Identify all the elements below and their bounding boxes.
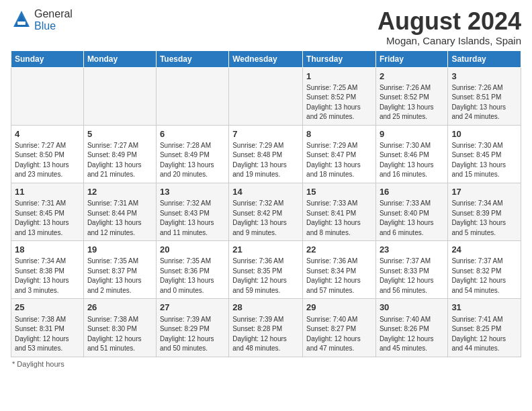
day-num-25: 25 (15, 302, 80, 314)
cell-w1-d6: 2Sunrise: 7:26 AM Sunset: 8:52 PM Daylig… (375, 67, 447, 125)
day-info-31: Sunrise: 7:41 AM Sunset: 8:25 PM Dayligh… (451, 315, 517, 354)
svg-rect-2 (17, 21, 26, 25)
cell-w3-d7: 17Sunrise: 7:34 AM Sunset: 8:39 PM Dayli… (448, 183, 521, 240)
cell-w1-d4 (229, 67, 303, 125)
week-row-5: 25Sunrise: 7:38 AM Sunset: 8:31 PM Dayli… (11, 299, 521, 357)
cell-w2-d6: 9Sunrise: 7:30 AM Sunset: 8:46 PM Daylig… (375, 125, 447, 183)
week-row-4: 18Sunrise: 7:34 AM Sunset: 8:38 PM Dayli… (11, 241, 521, 299)
cell-w2-d5: 8Sunrise: 7:29 AM Sunset: 8:47 PM Daylig… (303, 125, 376, 183)
day-info-6: Sunrise: 7:28 AM Sunset: 8:49 PM Dayligh… (160, 141, 225, 180)
day-num-18: 18 (15, 244, 80, 256)
header-row: Sunday Monday Tuesday Wednesday Thursday… (11, 50, 521, 67)
logo-text: General Blue (34, 8, 73, 32)
day-num-6: 6 (160, 128, 225, 140)
header-friday: Friday (375, 50, 447, 67)
cell-w4-d2: 19Sunrise: 7:35 AM Sunset: 8:37 PM Dayli… (83, 241, 156, 299)
logo-blue: Blue (34, 20, 56, 32)
day-num-22: 22 (306, 244, 372, 256)
cell-w3-d6: 16Sunrise: 7:33 AM Sunset: 8:40 PM Dayli… (375, 183, 447, 240)
day-num-16: 16 (380, 186, 444, 198)
cell-w2-d2: 5Sunrise: 7:27 AM Sunset: 8:49 PM Daylig… (83, 125, 156, 183)
footer-text: Daylight hours (17, 360, 64, 368)
cell-w5-d7: 31Sunrise: 7:41 AM Sunset: 8:25 PM Dayli… (448, 299, 521, 357)
cell-w4-d1: 18Sunrise: 7:34 AM Sunset: 8:38 PM Dayli… (11, 241, 84, 299)
day-info-20: Sunrise: 7:35 AM Sunset: 8:36 PM Dayligh… (160, 257, 225, 295)
day-info-26: Sunrise: 7:38 AM Sunset: 8:30 PM Dayligh… (87, 315, 152, 354)
cell-w5-d5: 29Sunrise: 7:40 AM Sunset: 8:27 PM Dayli… (303, 299, 376, 357)
day-info-27: Sunrise: 7:39 AM Sunset: 8:29 PM Dayligh… (160, 315, 225, 354)
day-info-30: Sunrise: 7:40 AM Sunset: 8:26 PM Dayligh… (380, 315, 444, 354)
day-num-27: 27 (160, 302, 225, 314)
calendar-header: Sunday Monday Tuesday Wednesday Thursday… (11, 50, 521, 67)
header-monday: Monday (83, 50, 156, 67)
footer-note: * Daylight hours (11, 360, 521, 368)
day-num-17: 17 (451, 186, 517, 198)
day-info-9: Sunrise: 7:30 AM Sunset: 8:46 PM Dayligh… (380, 141, 444, 180)
day-num-8: 8 (306, 128, 372, 140)
header-sunday: Sunday (11, 50, 84, 67)
cell-w5-d6: 30Sunrise: 7:40 AM Sunset: 8:26 PM Dayli… (375, 299, 447, 357)
header-wednesday: Wednesday (229, 50, 303, 67)
day-num-3: 3 (451, 71, 517, 83)
day-num-15: 15 (306, 186, 372, 198)
day-num-29: 29 (306, 302, 372, 314)
day-num-14: 14 (232, 186, 299, 198)
header-tuesday: Tuesday (156, 50, 228, 67)
location: Mogan, Canary Islands, Spain (378, 35, 521, 46)
day-info-21: Sunrise: 7:36 AM Sunset: 8:35 PM Dayligh… (232, 257, 299, 295)
week-row-1: 1Sunrise: 7:25 AM Sunset: 8:52 PM Daylig… (11, 67, 521, 125)
cell-w3-d4: 14Sunrise: 7:32 AM Sunset: 8:42 PM Dayli… (229, 183, 303, 240)
logo: General Blue (11, 8, 73, 32)
title-area: August 2024 Mogan, Canary Islands, Spain (378, 8, 521, 46)
month-title: August 2024 (378, 8, 521, 35)
day-num-2: 2 (380, 71, 444, 83)
day-info-19: Sunrise: 7:35 AM Sunset: 8:37 PM Dayligh… (87, 257, 152, 295)
day-info-7: Sunrise: 7:29 AM Sunset: 8:48 PM Dayligh… (232, 141, 299, 180)
cell-w1-d3 (156, 67, 228, 125)
cell-w5-d3: 27Sunrise: 7:39 AM Sunset: 8:29 PM Dayli… (156, 299, 228, 357)
cell-w1-d7: 3Sunrise: 7:26 AM Sunset: 8:51 PM Daylig… (448, 67, 521, 125)
day-info-22: Sunrise: 7:36 AM Sunset: 8:34 PM Dayligh… (306, 257, 372, 295)
day-info-8: Sunrise: 7:29 AM Sunset: 8:47 PM Dayligh… (306, 141, 372, 180)
cell-w5-d4: 28Sunrise: 7:39 AM Sunset: 8:28 PM Dayli… (229, 299, 303, 357)
logo-icon (11, 9, 32, 31)
header-thursday: Thursday (303, 50, 376, 67)
day-num-11: 11 (15, 186, 80, 198)
day-num-13: 13 (160, 186, 225, 198)
day-info-16: Sunrise: 7:33 AM Sunset: 8:40 PM Dayligh… (380, 199, 444, 238)
day-num-24: 24 (451, 244, 517, 256)
day-info-28: Sunrise: 7:39 AM Sunset: 8:28 PM Dayligh… (232, 315, 299, 354)
day-num-7: 7 (232, 128, 299, 140)
day-info-13: Sunrise: 7:32 AM Sunset: 8:43 PM Dayligh… (160, 199, 225, 238)
page: General Blue August 2024 Mogan, Canary I… (0, 0, 532, 376)
cell-w4-d7: 24Sunrise: 7:37 AM Sunset: 8:32 PM Dayli… (448, 241, 521, 299)
cell-w4-d6: 23Sunrise: 7:37 AM Sunset: 8:33 PM Dayli… (375, 241, 447, 299)
day-num-23: 23 (380, 244, 444, 256)
week-row-3: 11Sunrise: 7:31 AM Sunset: 8:45 PM Dayli… (11, 183, 521, 240)
day-num-20: 20 (160, 244, 225, 256)
day-info-10: Sunrise: 7:30 AM Sunset: 8:45 PM Dayligh… (451, 141, 517, 180)
header-saturday: Saturday (448, 50, 521, 67)
day-num-5: 5 (87, 128, 152, 140)
day-info-14: Sunrise: 7:32 AM Sunset: 8:42 PM Dayligh… (232, 199, 299, 238)
cell-w4-d3: 20Sunrise: 7:35 AM Sunset: 8:36 PM Dayli… (156, 241, 228, 299)
cell-w3-d1: 11Sunrise: 7:31 AM Sunset: 8:45 PM Dayli… (11, 183, 84, 240)
day-info-12: Sunrise: 7:31 AM Sunset: 8:44 PM Dayligh… (87, 199, 152, 238)
calendar: Sunday Monday Tuesday Wednesday Thursday… (11, 50, 521, 357)
day-info-4: Sunrise: 7:27 AM Sunset: 8:50 PM Dayligh… (15, 141, 80, 180)
cell-w2-d3: 6Sunrise: 7:28 AM Sunset: 8:49 PM Daylig… (156, 125, 228, 183)
header: General Blue August 2024 Mogan, Canary I… (11, 8, 521, 46)
cell-w2-d1: 4Sunrise: 7:27 AM Sunset: 8:50 PM Daylig… (11, 125, 84, 183)
day-info-11: Sunrise: 7:31 AM Sunset: 8:45 PM Dayligh… (15, 199, 80, 238)
day-info-17: Sunrise: 7:34 AM Sunset: 8:39 PM Dayligh… (451, 199, 517, 238)
cell-w3-d3: 13Sunrise: 7:32 AM Sunset: 8:43 PM Dayli… (156, 183, 228, 240)
day-info-2: Sunrise: 7:26 AM Sunset: 8:52 PM Dayligh… (380, 83, 444, 122)
day-num-10: 10 (451, 128, 517, 140)
day-info-29: Sunrise: 7:40 AM Sunset: 8:27 PM Dayligh… (306, 315, 372, 354)
cell-w1-d2 (83, 67, 156, 125)
cell-w2-d4: 7Sunrise: 7:29 AM Sunset: 8:48 PM Daylig… (229, 125, 303, 183)
day-info-5: Sunrise: 7:27 AM Sunset: 8:49 PM Dayligh… (87, 141, 152, 180)
cell-w4-d4: 21Sunrise: 7:36 AM Sunset: 8:35 PM Dayli… (229, 241, 303, 299)
calendar-body: 1Sunrise: 7:25 AM Sunset: 8:52 PM Daylig… (11, 67, 521, 357)
day-num-21: 21 (232, 244, 299, 256)
